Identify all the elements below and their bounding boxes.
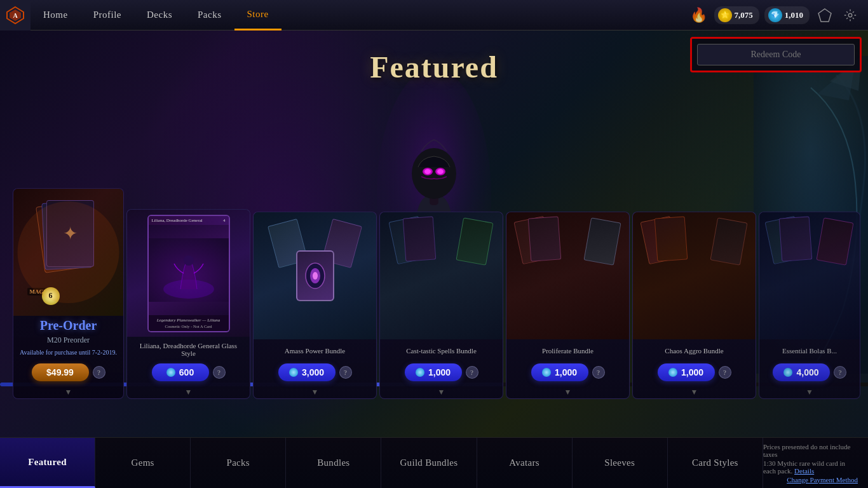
store-item-preorder[interactable]: ✦ MAGIC 6 Pre-Order M20 Preorder Availab… [13,188,124,399]
chaos-aggro-image [633,212,756,339]
preorder-image: ✦ MAGIC 6 [13,189,123,316]
gold-amount: 7,075 [735,10,753,20]
redeem-code-input[interactable] [697,44,855,65]
bolas-help-button[interactable]: ? [834,366,846,379]
change-payment-link[interactable]: Change Payment Method [787,476,858,484]
nav-packs[interactable]: Packs [185,0,234,30]
amass-buy-button[interactable]: 3,000 [278,363,336,381]
bolas-card-2 [779,216,813,261]
tab-card-styles[interactable]: Card Styles [668,438,763,488]
tab-featured[interactable]: Featured [0,438,95,488]
tab-guild-bundles[interactable]: Guild Bundles [381,438,477,488]
amass-help-button[interactable]: ? [339,366,352,379]
top-navigation: A Home Profile Decks Packs Store 🔥 ⭐ 7,0… [0,0,868,30]
loyalty-counter: 6 [42,287,60,305]
store-item-chaos-aggro[interactable]: Chaos Aggro Bundle 1,000 ? ▼ [632,212,756,399]
nav-store[interactable]: Store [234,0,281,30]
amass-price-row: 3,000 ? [254,360,376,386]
amass-bundle-art [254,212,376,339]
liliana-price-row: 600 ? [127,360,250,386]
gem-icon-amass [289,368,298,377]
chaos-card-3 [710,217,747,265]
svg-point-20 [313,272,318,280]
chaos-aggro-title: Chaos Aggro Bundle [633,339,756,360]
liliana-card-illustration [149,225,229,315]
preorder-chevron-icon: ▼ [13,386,123,398]
card-back-2 [41,201,92,270]
chaos-aggro-buy-button[interactable]: 1,000 [658,363,715,381]
price-disclaimer: Prices presented do not include taxes [763,443,858,458]
svg-point-4 [848,13,852,17]
bolas-image [759,212,860,339]
chaos-aggro-price-row: 1,000 ? [633,360,756,386]
tab-bundles[interactable]: Bundles [286,438,381,488]
proliferate-buy-button[interactable]: 1,000 [531,363,588,381]
settings-gear-icon[interactable] [840,5,860,25]
liliana-buy-button[interactable]: 600 [152,363,209,381]
store-item-bolas[interactable]: Essential Bolas B... 4,000 ? ▼ [759,212,860,399]
gold-icon: ⭐ [718,8,732,22]
gold-currency[interactable]: ⭐ 7,075 [714,6,759,24]
nav-profile[interactable]: Profile [81,0,134,30]
proliferate-image [506,212,629,339]
casttastic-help-button[interactable]: ? [466,366,478,379]
amass-title: Amass Power Bundle [254,339,376,360]
preorder-price-row: $49.99 ? [13,360,123,386]
gem-icon-proliferate [542,368,551,377]
preorder-sublabel: M20 Preorder [13,336,123,348]
store-item-liliana[interactable]: Liliana, Dreadhorde General4 [126,209,250,399]
bolas-card-3 [816,217,853,265]
chaos-aggro-help-button[interactable]: ? [719,366,731,379]
tab-gems[interactable]: Gems [95,438,191,488]
bolas-art [759,212,860,339]
casttastic-buy-button[interactable]: 1,000 [405,363,462,381]
nav-home[interactable]: Home [31,0,81,30]
chaos-chevron-icon: ▼ [633,386,756,398]
tab-sleeves[interactable]: Sleeves [573,438,668,488]
liliana-title: Liliana, Dreadhorde General Glass Style [127,337,250,360]
redeem-code-box [690,37,862,72]
diamond-icon[interactable] [815,5,835,25]
bolas-buy-button[interactable]: 4,000 [773,363,830,381]
preorder-help-button[interactable]: ? [93,366,105,379]
casttastic-art [380,212,503,339]
preorder-art: ✦ MAGIC 6 [24,197,113,308]
liliana-chevron-icon: ▼ [127,386,250,398]
store-item-proliferate[interactable]: Proliferate Bundle 1,000 ? ▼ [506,212,630,399]
wildcard-info: 1:30 Mythic rare wild card in each pack.… [763,459,858,475]
tab-packs[interactable]: Packs [191,438,286,488]
chaos-aggro-price: 1,000 [681,367,703,377]
chaos-card-2 [654,216,688,261]
liliana-help-button[interactable]: ? [213,366,226,379]
casttastic-title: Cast-tastic Spells Bundle [380,339,503,360]
bolas-title: Essential Bolas B... [759,339,860,360]
gems-currency[interactable]: 💎 1,010 [764,6,810,24]
casttastic-chevron-icon: ▼ [380,386,503,398]
preorder-availability: Available for purchase until 7-2-2019. [13,348,123,360]
store-main: Featured ✦ MAGIC 6 Pre-Order M20 Preorde… [0,30,868,437]
details-link[interactable]: Details [794,467,814,475]
liliana-card-header: Liliana, Dreadhorde General4 [149,216,229,225]
store-item-casttastic[interactable]: Cast-tastic Spells Bundle 1,000 ? ▼ [379,212,503,399]
nav-right-controls: 🔥 ⭐ 7,075 💎 1,010 [689,5,869,25]
preorder-label: Pre-Order [13,316,123,336]
preorder-buy-button[interactable]: $49.99 [32,363,89,381]
casttastic-card-3 [456,217,493,265]
card-back-1 [36,200,92,273]
logo[interactable]: A [0,0,31,30]
gems-icon: 💎 [768,8,782,22]
tab-avatars[interactable]: Avatars [477,438,573,488]
amass-artifact [296,250,334,301]
bolas-price-row: 4,000 ? [759,360,860,386]
svg-point-14 [437,169,444,174]
flame-icon[interactable]: 🔥 [689,5,709,25]
proliferate-title: Proliferate Bundle [506,339,629,360]
nav-decks[interactable]: Decks [134,0,185,30]
casttastic-image [380,212,503,339]
proliferate-chevron-icon: ▼ [506,386,629,398]
gem-icon-chaos [668,368,677,377]
gem-icon-bolas [783,368,792,377]
proliferate-help-button[interactable]: ? [592,366,605,379]
svg-marker-3 [818,9,831,22]
store-item-amass[interactable]: Amass Power Bundle 3,000 ? ▼ [253,212,377,399]
